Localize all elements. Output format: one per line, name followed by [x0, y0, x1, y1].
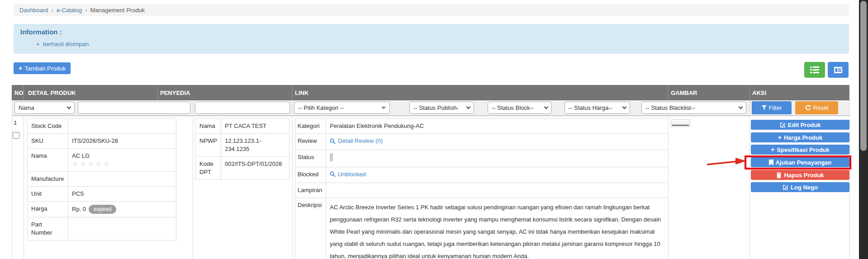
- funnel-icon: [762, 105, 767, 110]
- penyedia-value: 002/ITS-DPT/01/2026: [221, 157, 289, 180]
- chevron-down-icon: [739, 105, 743, 109]
- table-row: Blocked Unblocked: [295, 167, 669, 183]
- detail-value: AC LG ☆☆☆☆☆: [68, 149, 176, 172]
- status-harga-select[interactable]: -- Status Harga--: [564, 102, 630, 114]
- alert-title: Information :: [20, 28, 62, 36]
- link-label: Lampiran: [295, 183, 326, 198]
- detail-label: Manufacture: [28, 172, 68, 187]
- refresh-icon: [805, 105, 811, 111]
- alert-message: berhasil disimpan: [37, 41, 89, 47]
- breadcrumb-dashboard[interactable]: Dashboard: [19, 7, 48, 14]
- header-penyedia: PENYEDIA: [160, 85, 190, 100]
- link-table: Kategori Peralatan Elektronik Pendukung-…: [295, 118, 669, 259]
- link-label: Kategori: [295, 119, 326, 134]
- penyedia-label: Nama: [196, 119, 221, 134]
- annotation-arrow-icon: [706, 155, 747, 168]
- tambah-produk-button[interactable]: + Tambah Produk: [14, 62, 71, 74]
- unblocked-link[interactable]: Unblocked: [330, 170, 365, 179]
- chevron-down-icon: [544, 105, 549, 109]
- table-row: NPWP 12.123.123.1-234.1235: [196, 134, 289, 157]
- detail-review-link[interactable]: Detail Review (0): [330, 137, 383, 145]
- status-blacklist-select[interactable]: -- Status Blacklist--: [641, 102, 746, 114]
- filter-field-select[interactable]: Nama: [14, 102, 75, 114]
- deskripsi-text: AC Arctic Breeze Inverter Series 1 PK ha…: [330, 201, 664, 259]
- row-checkbox[interactable]: [13, 132, 19, 139]
- table-row: SKU ITS/2026/SKU-28: [28, 134, 176, 149]
- link-label: Deskripsi: [295, 198, 326, 259]
- table-row: Stock Code: [28, 119, 176, 134]
- detail-value: [68, 119, 176, 134]
- status-publish-select[interactable]: -- Status Publish-: [409, 102, 474, 114]
- table-row: Part Number: [28, 217, 176, 240]
- plus-icon: +: [771, 146, 774, 153]
- lampiran-value: [326, 183, 669, 198]
- detail-label: Harga: [28, 202, 68, 217]
- filter-button[interactable]: Filter: [752, 101, 792, 114]
- penyedia-label: Kode DPT: [196, 157, 221, 180]
- hapus-produk-button[interactable]: Hapus Produk: [751, 170, 849, 180]
- link-label: Status: [295, 150, 326, 167]
- detail-value: ITS/2026/SKU-28: [68, 134, 176, 149]
- header-link: LINK: [295, 85, 308, 100]
- detail-label: Part Number: [28, 217, 68, 240]
- table-row: Nama PT CACA TEST: [196, 119, 289, 134]
- spesifikasi-produk-button[interactable]: + Spesifikasi Produk: [751, 145, 849, 155]
- harga-produk-button[interactable]: + Harga Produk: [751, 132, 849, 142]
- list-icon: [810, 66, 820, 74]
- detail-label: Stock Code: [28, 119, 68, 134]
- breadcrumb-separator: ›: [52, 7, 53, 14]
- penyedia-filter-input[interactable]: [195, 102, 290, 114]
- breadcrumb-separator: ›: [85, 7, 87, 14]
- penyedia-value: 12.123.123.1-234.1235: [221, 134, 289, 157]
- detail-produk-filter-input[interactable]: [78, 102, 190, 114]
- table-row: Lampiran: [295, 183, 669, 198]
- penyedia-value: PT CACA TEST: [221, 119, 289, 134]
- table-row: Review Detail Review (0): [295, 134, 669, 150]
- plus-icon: +: [19, 65, 22, 71]
- chevron-down-icon: [622, 105, 627, 109]
- detail-value: PCS: [68, 187, 176, 202]
- product-image[interactable]: [671, 119, 690, 127]
- table-row: Kode DPT 002/ITS-DPT/01/2026: [196, 157, 289, 180]
- detail-label: Unit: [28, 187, 68, 202]
- detail-produk-table: Stock Code SKU ITS/2026/SKU-28 Nama AC L…: [27, 118, 176, 240]
- status-block-select[interactable]: -- Status Block--: [488, 102, 552, 114]
- table-row: Nama AC LG ☆☆☆☆☆: [28, 149, 176, 172]
- header-no: NO: [14, 85, 24, 100]
- expired-badge: expired: [89, 205, 116, 214]
- table-row: Unit PCS: [28, 187, 176, 202]
- chevron-down-icon: [466, 105, 471, 109]
- log-nego-button[interactable]: Log Nego: [751, 182, 849, 192]
- table-row: Harga Rp. 0expired: [28, 202, 176, 217]
- link-label: Review: [295, 134, 326, 150]
- management-produk-page: Dashboard › e-Catalog › Management Produ…: [0, 0, 868, 259]
- breadcrumb-ecatalog[interactable]: e-Catalog: [57, 7, 82, 14]
- detail-value: [68, 217, 176, 240]
- detail-label: Nama: [28, 149, 68, 172]
- bullet-icon: [37, 43, 39, 45]
- table-row: Status: [295, 150, 669, 167]
- link-label: Blocked: [295, 167, 326, 183]
- header-gambar: GAMBAR: [671, 85, 697, 100]
- detail-value: Rp. 0expired: [68, 202, 176, 217]
- product-name: AC LG: [72, 152, 172, 160]
- star-rating: ☆☆☆☆☆: [72, 160, 172, 168]
- row-number: 1: [14, 119, 17, 126]
- penyedia-label: NPWP: [196, 134, 221, 157]
- kategori-select[interactable]: -- Pilih Kategori --: [294, 102, 390, 114]
- header-detail-produk: DETAIL PRODUK: [28, 85, 76, 100]
- kategori-value: Peralatan Elektronik Pendukung-AC: [326, 119, 669, 134]
- list-view-button[interactable]: [804, 62, 825, 78]
- card-view-button[interactable]: [828, 62, 849, 78]
- breadcrumb-current: Management Produk: [90, 7, 145, 14]
- table-row: Manufacture: [28, 172, 176, 187]
- edit-icon: [783, 184, 788, 190]
- trash-icon: [776, 172, 782, 178]
- reset-button[interactable]: Reset: [795, 101, 838, 114]
- edit-produk-button[interactable]: Edit Produk: [751, 120, 849, 130]
- scrollbar-thumb[interactable]: [860, 1, 867, 151]
- table-row: Kategori Peralatan Elektronik Pendukung-…: [295, 119, 669, 134]
- annotation-highlight-box: [745, 155, 851, 170]
- info-alert: Information : berhasil disimpan: [14, 24, 849, 54]
- harga-value: Rp. 0: [72, 206, 86, 212]
